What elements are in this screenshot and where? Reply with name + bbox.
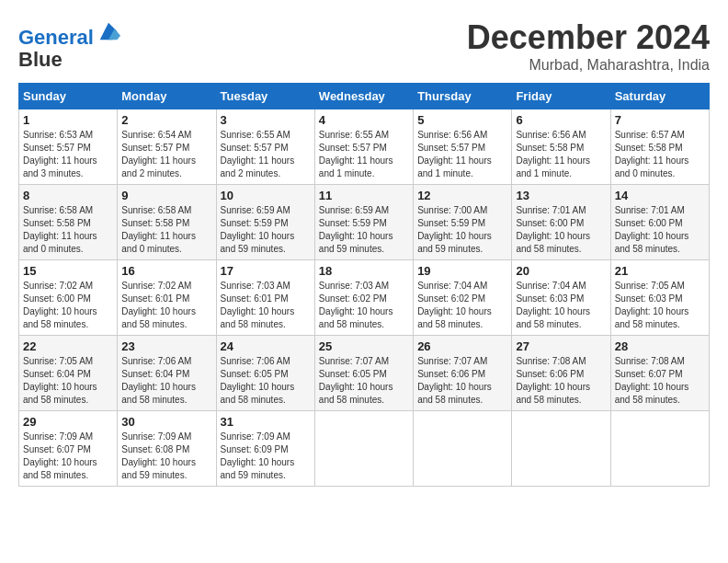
day-number: 27 bbox=[516, 339, 606, 353]
day-info: Sunrise: 6:54 AMSunset: 5:57 PMDaylight:… bbox=[121, 129, 211, 180]
day-info: Sunrise: 7:04 AMSunset: 6:02 PMDaylight:… bbox=[417, 280, 507, 331]
table-row: 6 Sunrise: 6:56 AMSunset: 5:58 PMDayligh… bbox=[512, 109, 610, 185]
table-row: 23 Sunrise: 7:06 AMSunset: 6:04 PMDaylig… bbox=[118, 336, 216, 411]
day-info: Sunrise: 6:59 AMSunset: 5:59 PMDaylight:… bbox=[319, 204, 409, 256]
day-number: 19 bbox=[417, 264, 507, 278]
day-number: 24 bbox=[221, 339, 311, 353]
location-title: Murbad, Maharashtra, India bbox=[467, 57, 710, 74]
day-info: Sunrise: 7:07 AMSunset: 6:06 PMDaylight:… bbox=[417, 355, 507, 407]
day-info: Sunrise: 7:00 AMSunset: 5:59 PMDaylight:… bbox=[417, 204, 507, 256]
header-sunday: Sunday bbox=[19, 84, 118, 109]
title-block: December 2024 Murbad, Maharashtra, India bbox=[467, 18, 710, 74]
day-number: 22 bbox=[23, 339, 113, 353]
table-row: 10 Sunrise: 6:59 AMSunset: 5:59 PMDaylig… bbox=[216, 185, 314, 260]
table-row: 26 Sunrise: 7:07 AMSunset: 6:06 PMDaylig… bbox=[414, 336, 512, 411]
table-row: 13 Sunrise: 7:01 AMSunset: 6:00 PMDaylig… bbox=[512, 185, 610, 260]
day-number: 6 bbox=[516, 113, 606, 127]
table-row: 3 Sunrise: 6:55 AMSunset: 5:57 PMDayligh… bbox=[216, 109, 314, 185]
table-row: 22 Sunrise: 7:05 AMSunset: 6:04 PMDaylig… bbox=[19, 336, 118, 411]
day-info: Sunrise: 6:53 AMSunset: 5:57 PMDaylight:… bbox=[23, 129, 113, 180]
day-number: 3 bbox=[221, 113, 311, 127]
calendar-week-row: 8 Sunrise: 6:58 AMSunset: 5:58 PMDayligh… bbox=[19, 185, 710, 260]
day-number: 7 bbox=[615, 113, 705, 127]
day-number: 31 bbox=[221, 415, 311, 429]
day-info: Sunrise: 7:09 AMSunset: 6:07 PMDaylight:… bbox=[23, 431, 113, 482]
header-saturday: Saturday bbox=[610, 84, 709, 109]
day-number: 4 bbox=[319, 113, 409, 127]
day-number: 8 bbox=[23, 189, 113, 202]
day-number: 9 bbox=[121, 189, 211, 202]
day-number: 23 bbox=[121, 339, 211, 353]
day-info: Sunrise: 7:06 AMSunset: 6:04 PMDaylight:… bbox=[121, 355, 211, 407]
day-info: Sunrise: 6:55 AMSunset: 5:57 PMDaylight:… bbox=[319, 129, 409, 180]
day-number: 13 bbox=[516, 189, 606, 202]
day-info: Sunrise: 6:57 AMSunset: 5:58 PMDaylight:… bbox=[615, 129, 705, 180]
day-info: Sunrise: 7:07 AMSunset: 6:05 PMDaylight:… bbox=[319, 355, 409, 407]
day-number: 1 bbox=[23, 113, 113, 127]
table-row: 18 Sunrise: 7:03 AMSunset: 6:02 PMDaylig… bbox=[314, 260, 413, 336]
logo: General Blue bbox=[18, 18, 121, 71]
day-number: 12 bbox=[417, 189, 507, 202]
day-info: Sunrise: 6:55 AMSunset: 5:57 PMDaylight:… bbox=[221, 129, 311, 180]
day-number: 17 bbox=[221, 264, 311, 278]
day-number: 28 bbox=[615, 339, 705, 353]
day-number: 25 bbox=[319, 339, 409, 353]
day-info: Sunrise: 7:08 AMSunset: 6:07 PMDaylight:… bbox=[615, 355, 705, 407]
day-number: 5 bbox=[417, 113, 507, 127]
table-row: 17 Sunrise: 7:03 AMSunset: 6:01 PMDaylig… bbox=[216, 260, 314, 336]
day-number: 20 bbox=[516, 264, 606, 278]
day-number: 2 bbox=[121, 113, 211, 127]
logo-text: General Blue bbox=[18, 18, 121, 71]
table-row: 1 Sunrise: 6:53 AMSunset: 5:57 PMDayligh… bbox=[19, 109, 118, 185]
calendar-table: Sunday Monday Tuesday Wednesday Thursday… bbox=[18, 83, 710, 487]
table-row: 16 Sunrise: 7:02 AMSunset: 6:01 PMDaylig… bbox=[118, 260, 216, 336]
calendar-week-row: 15 Sunrise: 7:02 AMSunset: 6:00 PMDaylig… bbox=[19, 260, 710, 336]
day-info: Sunrise: 7:03 AMSunset: 6:02 PMDaylight:… bbox=[319, 280, 409, 331]
header-monday: Monday bbox=[118, 84, 216, 109]
day-info: Sunrise: 7:08 AMSunset: 6:06 PMDaylight:… bbox=[516, 355, 606, 407]
table-row: 8 Sunrise: 6:58 AMSunset: 5:58 PMDayligh… bbox=[19, 185, 118, 260]
day-info: Sunrise: 7:05 AMSunset: 6:04 PMDaylight:… bbox=[23, 355, 113, 407]
calendar-week-row: 29 Sunrise: 7:09 AMSunset: 6:07 PMDaylig… bbox=[19, 411, 710, 487]
table-row: 29 Sunrise: 7:09 AMSunset: 6:07 PMDaylig… bbox=[19, 411, 118, 487]
table-row: 20 Sunrise: 7:04 AMSunset: 6:03 PMDaylig… bbox=[512, 260, 610, 336]
table-row: 7 Sunrise: 6:57 AMSunset: 5:58 PMDayligh… bbox=[610, 109, 709, 185]
table-row: 9 Sunrise: 6:58 AMSunset: 5:58 PMDayligh… bbox=[118, 185, 216, 260]
table-row: 15 Sunrise: 7:02 AMSunset: 6:00 PMDaylig… bbox=[19, 260, 118, 336]
day-info: Sunrise: 7:03 AMSunset: 6:01 PMDaylight:… bbox=[221, 280, 311, 331]
day-info: Sunrise: 7:04 AMSunset: 6:03 PMDaylight:… bbox=[516, 280, 606, 331]
day-info: Sunrise: 7:09 AMSunset: 6:08 PMDaylight:… bbox=[121, 431, 211, 482]
table-row: 24 Sunrise: 7:06 AMSunset: 6:05 PMDaylig… bbox=[216, 336, 314, 411]
logo-icon bbox=[96, 18, 121, 44]
table-row: 2 Sunrise: 6:54 AMSunset: 5:57 PMDayligh… bbox=[118, 109, 216, 185]
table-row: 19 Sunrise: 7:04 AMSunset: 6:02 PMDaylig… bbox=[414, 260, 512, 336]
day-info: Sunrise: 6:56 AMSunset: 5:58 PMDaylight:… bbox=[516, 129, 606, 180]
weekday-header-row: Sunday Monday Tuesday Wednesday Thursday… bbox=[19, 84, 710, 109]
day-info: Sunrise: 7:01 AMSunset: 6:00 PMDaylight:… bbox=[615, 204, 705, 256]
day-number: 30 bbox=[121, 415, 211, 429]
day-number: 21 bbox=[615, 264, 705, 278]
day-info: Sunrise: 7:09 AMSunset: 6:09 PMDaylight:… bbox=[221, 431, 311, 482]
day-number: 15 bbox=[23, 264, 113, 278]
calendar-week-row: 22 Sunrise: 7:05 AMSunset: 6:04 PMDaylig… bbox=[19, 336, 710, 411]
table-row: 25 Sunrise: 7:07 AMSunset: 6:05 PMDaylig… bbox=[314, 336, 413, 411]
table-row: 4 Sunrise: 6:55 AMSunset: 5:57 PMDayligh… bbox=[314, 109, 413, 185]
table-row: 28 Sunrise: 7:08 AMSunset: 6:07 PMDaylig… bbox=[610, 336, 709, 411]
day-number: 10 bbox=[221, 189, 311, 202]
day-number: 16 bbox=[121, 264, 211, 278]
header-tuesday: Tuesday bbox=[216, 84, 314, 109]
header-friday: Friday bbox=[512, 84, 610, 109]
table-row: 21 Sunrise: 7:05 AMSunset: 6:03 PMDaylig… bbox=[610, 260, 709, 336]
table-row: 12 Sunrise: 7:00 AMSunset: 5:59 PMDaylig… bbox=[414, 185, 512, 260]
header-wednesday: Wednesday bbox=[314, 84, 413, 109]
day-number: 26 bbox=[417, 339, 507, 353]
day-info: Sunrise: 7:01 AMSunset: 6:00 PMDaylight:… bbox=[516, 204, 606, 256]
day-number: 18 bbox=[319, 264, 409, 278]
day-info: Sunrise: 7:06 AMSunset: 6:05 PMDaylight:… bbox=[221, 355, 311, 407]
table-row: 14 Sunrise: 7:01 AMSunset: 6:00 PMDaylig… bbox=[610, 185, 709, 260]
month-title: December 2024 bbox=[467, 18, 710, 57]
day-info: Sunrise: 6:58 AMSunset: 5:58 PMDaylight:… bbox=[121, 204, 211, 256]
day-number: 14 bbox=[615, 189, 705, 202]
day-info: Sunrise: 6:58 AMSunset: 5:58 PMDaylight:… bbox=[23, 204, 113, 256]
table-row: 5 Sunrise: 6:56 AMSunset: 5:57 PMDayligh… bbox=[414, 109, 512, 185]
